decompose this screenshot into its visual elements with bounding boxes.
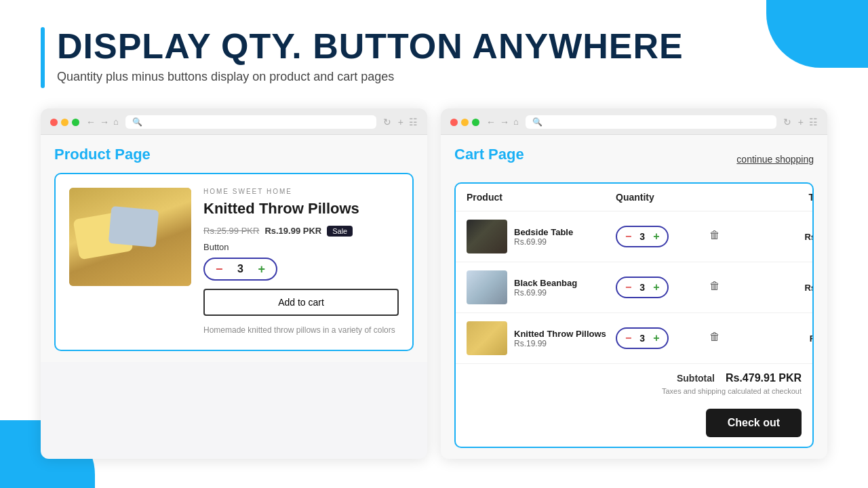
forward-button[interactable]: → [100, 117, 109, 127]
cart-qty-minus-2[interactable]: − [625, 281, 631, 293]
cart-table-header: Product Quantity Total [456, 184, 812, 211]
cart-product-name-1: Bedside Table [514, 227, 573, 237]
cart-qty-cell-3: − 3 + [616, 327, 669, 349]
checkout-button[interactable]: Check out [706, 409, 802, 437]
cart-product-name-3: Knitted Throw Pillows [514, 329, 606, 339]
dot-red-cart[interactable] [450, 119, 458, 126]
page-heading: DISPLAY QTY. BUTTON ANYWHERE [57, 27, 684, 66]
tab-menu-button[interactable]: ☷ [409, 117, 418, 127]
cart-page-label: Cart Page [454, 146, 524, 163]
search-icon: 🔍 [132, 117, 142, 127]
product-image [69, 188, 191, 286]
browser-dots-cart [450, 119, 479, 126]
browser-nav-cart: ← → ⌂ [486, 117, 519, 127]
cart-qty-stepper-2: − 3 + [616, 277, 669, 298]
delete-icon-1[interactable]: 🗑 [709, 229, 723, 244]
cart-qty-minus-3[interactable]: − [625, 332, 631, 344]
cart-total-1: Rs.209.97 [764, 232, 814, 242]
browser-nav: ← → ⌂ [86, 117, 119, 127]
add-tab-button-cart[interactable]: + [798, 117, 804, 127]
reload-button[interactable]: ↻ [383, 117, 391, 127]
cart-product-img-3 [467, 321, 507, 355]
product-description: Homemade knitted throw pillows in a vari… [203, 324, 399, 336]
cart-product-img-2 [467, 270, 507, 304]
dot-red[interactable] [50, 119, 58, 126]
cart-delete-cell-1: 🗑 [669, 229, 764, 244]
qty-value: 3 [234, 263, 248, 275]
product-details: HOME SWEET HOME Knitted Throw Pillows Rs… [203, 188, 399, 336]
brand-label: HOME SWEET HOME [203, 188, 399, 195]
cart-product-name-2: Black Beanbag [514, 278, 577, 288]
button-section-label: Button [203, 242, 399, 252]
col-header-quantity: Quantity [616, 192, 654, 203]
cart-qty-plus-3[interactable]: + [653, 332, 659, 344]
cart-card: Product Quantity Total Bedside Table [454, 182, 814, 448]
tab-menu-button-cart[interactable]: ☷ [809, 117, 818, 127]
product-title: Knitted Throw Pillows [203, 199, 399, 219]
cart-qty-value-3: 3 [639, 333, 645, 344]
dot-yellow[interactable] [61, 119, 68, 126]
cart-qty-cell-1: − 3 + [616, 226, 669, 247]
price-row: Rs.25.99 PKR Rs.19.99 PKR Sale [203, 226, 399, 237]
cart-row: Bedside Table Rs.69.99 − 3 + [456, 211, 812, 262]
cart-qty-plus-1[interactable]: + [653, 230, 659, 243]
price-original: Rs.25.99 PKR [203, 226, 259, 236]
header-accent-bar [41, 27, 45, 88]
url-bar-product[interactable]: 🔍 [125, 115, 376, 129]
cart-subtotal: Subtotal Rs.479.91 PKR Taxes and shippin… [456, 364, 812, 409]
cart-product-cell-2: Black Beanbag Rs.69.99 [467, 270, 616, 304]
product-browser: ← → ⌂ 🔍 ↻ + ☷ Product Page [41, 108, 427, 459]
delete-icon-3[interactable]: 🗑 [709, 331, 723, 346]
cart-delete-cell-2: 🗑 [669, 280, 764, 295]
checkout-row: Check out [456, 409, 812, 447]
continue-shopping-link[interactable]: continue shopping [736, 154, 814, 165]
browser-chrome-product: ← → ⌂ 🔍 ↻ + ☷ [41, 108, 427, 135]
browser-actions: + ☷ [398, 117, 418, 127]
col-header-total: Total [749, 192, 814, 203]
dot-yellow-cart[interactable] [461, 119, 469, 126]
search-icon-cart: 🔍 [532, 117, 542, 127]
forward-button-cart[interactable]: → [500, 117, 509, 127]
cart-delete-cell-3: 🗑 [669, 331, 764, 346]
dot-green-cart[interactable] [472, 119, 479, 126]
cart-qty-stepper-3: − 3 + [616, 327, 669, 349]
qty-plus-button[interactable]: + [258, 263, 266, 275]
cart-qty-value-1: 3 [639, 231, 645, 242]
cart-total-2: Rs.209.97 [764, 283, 814, 293]
cart-browser: ← → ⌂ 🔍 ↻ + ☷ Cart Page continue shoppin… [441, 108, 827, 459]
cart-qty-minus-1[interactable]: − [625, 230, 631, 243]
cart-product-cell-1: Bedside Table Rs.69.99 [467, 220, 616, 253]
cart-total-3: Rs.59.97 [764, 333, 814, 344]
cart-qty-plus-2[interactable]: + [653, 281, 659, 293]
browser-dots [50, 119, 79, 126]
home-button-cart[interactable]: ⌂ [513, 117, 519, 127]
delete-icon-2[interactable]: 🗑 [709, 280, 723, 295]
cart-product-price-1: Rs.69.99 [514, 237, 573, 247]
cart-row-3: Knitted Throw Pillows Rs.19.99 − 3 + [456, 313, 812, 364]
browser-actions-cart: + ☷ [798, 117, 818, 127]
cart-product-cell-3: Knitted Throw Pillows Rs.19.99 [467, 321, 616, 355]
cart-product-price-3: Rs.19.99 [514, 339, 606, 348]
dot-green[interactable] [72, 119, 79, 126]
cart-qty-stepper-1: − 3 + [616, 226, 669, 247]
back-button-cart[interactable]: ← [486, 117, 496, 127]
cart-product-img-1 [467, 220, 507, 253]
reload-button-cart[interactable]: ↻ [783, 117, 791, 127]
url-bar-cart[interactable]: 🔍 [526, 115, 776, 129]
product-qty-stepper: − 3 + [203, 258, 277, 281]
home-button[interactable]: ⌂ [113, 117, 119, 127]
product-page-label: Product Page [54, 146, 414, 163]
qty-minus-button[interactable]: − [216, 263, 223, 275]
cart-product-info-2: Black Beanbag Rs.69.99 [514, 278, 577, 298]
subtotal-note: Taxes and shipping calculated at checkou… [467, 387, 802, 395]
price-sale: Rs.19.99 PKR [264, 226, 321, 236]
col-header-spacer [654, 192, 749, 203]
add-to-cart-button[interactable]: Add to cart [203, 289, 399, 316]
cart-qty-value-2: 3 [639, 282, 645, 293]
cart-row-2: Black Beanbag Rs.69.99 − 3 + [456, 262, 812, 313]
cart-product-info-1: Bedside Table Rs.69.99 [514, 227, 573, 247]
back-button[interactable]: ← [86, 117, 96, 127]
add-tab-button[interactable]: + [398, 117, 403, 127]
browser-chrome-cart: ← → ⌂ 🔍 ↻ + ☷ [441, 108, 827, 135]
subtotal-label: Subtotal [677, 373, 715, 384]
